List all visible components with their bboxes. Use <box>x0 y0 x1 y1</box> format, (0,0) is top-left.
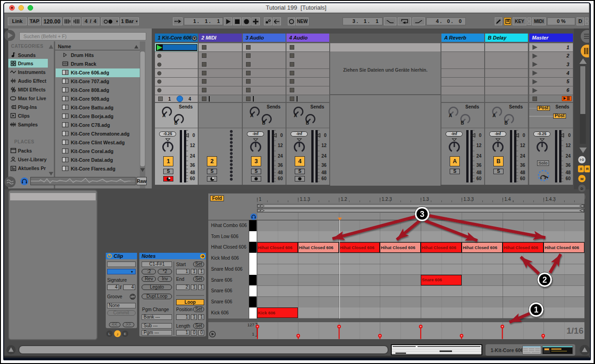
svg-text:2: 2 <box>543 275 547 284</box>
svg-text:1: 1 <box>534 305 538 314</box>
svg-text:3: 3 <box>420 210 424 219</box>
